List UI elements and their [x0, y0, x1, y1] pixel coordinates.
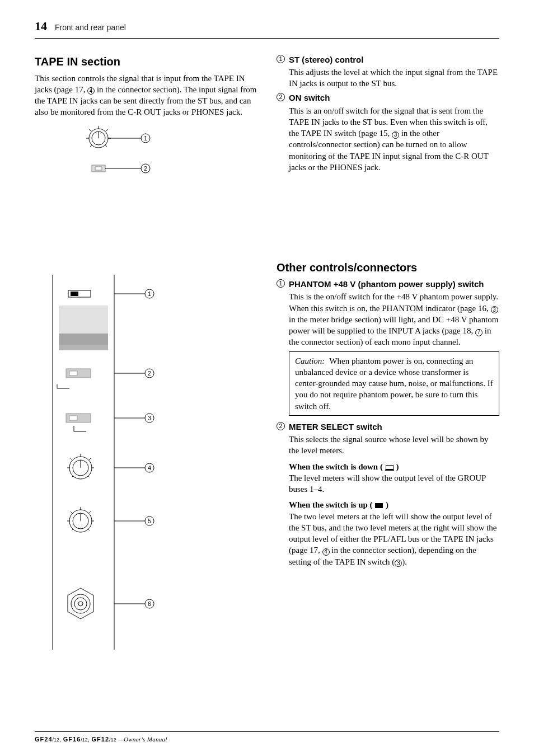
item-title: ST (stereo) control [289, 54, 499, 65]
svg-line-46 [89, 458, 91, 460]
tape-in-heading: TAPE IN section [35, 54, 257, 69]
svg-text:2: 2 [148, 370, 151, 377]
item-desc: This is the on/off switch for the +48 V … [289, 291, 499, 348]
svg-rect-26 [59, 334, 108, 350]
svg-point-70 [78, 602, 83, 606]
model-2: GF16 [63, 736, 81, 743]
circled-7-icon: 7 [475, 329, 483, 336]
svg-rect-35 [69, 416, 77, 420]
svg-text:6: 6 [148, 600, 151, 607]
svg-line-59 [89, 511, 91, 513]
model-1: GF24 [35, 736, 53, 743]
left-column: TAPE IN section This section controls th… [35, 54, 257, 655]
circled-4-icon: 4 [87, 87, 95, 95]
page-number: 14 [35, 18, 47, 35]
item-phantom: 1 PHANTOM +48 V (phantom power supply) s… [277, 279, 499, 416]
switch-icon: 2 [92, 164, 150, 173]
svg-text:3: 3 [148, 415, 151, 421]
page-header: 14 Front and rear panel [35, 18, 499, 38]
circled-4-icon: 4 [322, 548, 330, 556]
section-title: Front and rear panel [55, 22, 126, 33]
item-title: ON switch [289, 92, 499, 104]
svg-text:2: 2 [144, 165, 147, 172]
right-column: 1 ST (stereo) control This adjusts the l… [277, 54, 499, 655]
svg-line-9 [105, 145, 107, 147]
item-title: METER SELECT switch [289, 421, 499, 433]
page-footer: GF24/12, GF16/12, GF12/12 —Owner's Manua… [35, 731, 499, 744]
circled-3-icon: 3 [491, 306, 498, 313]
phones-jack-icon: 6 [68, 588, 154, 619]
svg-rect-14 [95, 167, 102, 170]
tape-in-intro: This section controls the signal that is… [35, 73, 257, 118]
diagram-tape-in: 1 2 [74, 124, 257, 185]
header-rule [35, 38, 499, 39]
item-st-control: 1 ST (stereo) control This adjusts the l… [277, 54, 499, 90]
item-desc: This is an on/off switch for the signal … [289, 105, 499, 173]
circled-1-icon: 1 [277, 279, 285, 288]
item-title: PHANTOM +48 V (phantom power supply) swi… [289, 279, 499, 290]
knob-icon: 1 [86, 126, 150, 148]
item-desc: This selects the signal source whose lev… [289, 434, 499, 457]
svg-text:4: 4 [148, 464, 151, 471]
tape-in-switch-icon: 3 [66, 414, 154, 431]
footer-rule [35, 731, 499, 732]
svg-rect-28 [69, 371, 77, 375]
svg-text:1: 1 [144, 135, 147, 142]
item-desc: This adjusts the level at which the inpu… [289, 67, 499, 90]
svg-line-8 [90, 145, 92, 147]
switch-up-heading: When the switch is up ( ) [289, 499, 499, 510]
circled-3-icon: 3 [395, 560, 402, 567]
svg-rect-21 [71, 292, 78, 296]
caution-lead: Caution: [295, 356, 325, 365]
switch-up-icon [375, 503, 383, 508]
footer-line: GF24/12, GF16/12, GF12/12 —Owner's Manua… [35, 735, 499, 744]
caution-text: When phantom power is on, connecting an … [295, 356, 493, 411]
meter-select-icon: 2 [57, 369, 154, 388]
circled-3-icon: 3 [392, 132, 399, 139]
other-controls-heading: Other controls/connectors [277, 260, 499, 275]
item-on-switch: 2 ON switch This is an on/off switch for… [277, 92, 499, 173]
content-columns: TAPE IN section This section controls th… [35, 54, 499, 655]
svg-line-58 [71, 511, 72, 513]
phantom-switch-icon: 1 [68, 289, 154, 298]
svg-point-68 [71, 594, 90, 613]
diagram-other-controls: 1 2 [47, 275, 257, 650]
svg-text:5: 5 [148, 518, 151, 524]
item-meter-select: 2 METER SELECT switch This selects the s… [277, 421, 499, 567]
knob-4-icon: 4 [67, 454, 154, 479]
svg-point-69 [74, 598, 87, 610]
switch-up-body: The two level meters at the left will sh… [289, 511, 499, 567]
switch-down-heading: When the switch is down ( ) [289, 461, 499, 472]
svg-line-45 [71, 458, 72, 460]
svg-text:1: 1 [148, 290, 151, 297]
svg-line-4 [89, 129, 91, 131]
switch-down-body: The level meters will show the output le… [289, 472, 499, 495]
circled-2-icon: 2 [277, 93, 285, 101]
circled-2-icon: 2 [277, 422, 285, 430]
model-3: GF12 [92, 736, 110, 743]
switch-down-icon [386, 465, 394, 470]
svg-line-5 [106, 129, 108, 131]
svg-marker-67 [68, 588, 93, 619]
manual-label: —Owner's Manual [118, 736, 167, 743]
knob-5-icon: 5 [67, 507, 154, 532]
circled-1-icon: 1 [277, 55, 285, 63]
caution-box: Caution:When phantom power is on, connec… [289, 351, 499, 416]
